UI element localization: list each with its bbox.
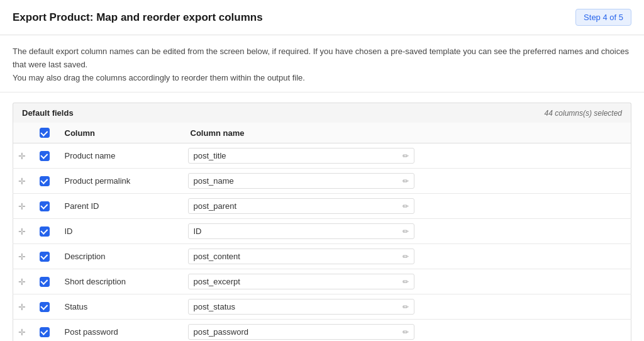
drag-handle-icon[interactable]: ✛ (18, 226, 26, 237)
drag-handle-icon[interactable]: ✛ (18, 151, 26, 161)
column-label-cell: Product permalink (57, 169, 183, 194)
column-label: Parent ID (62, 201, 99, 211)
row-checkbox[interactable] (40, 151, 50, 161)
drag-handle-icon[interactable]: ✛ (18, 277, 26, 287)
column-name-input-wrapper: ✏ (188, 299, 414, 315)
table-row: ✛ Parent ID ✏ (13, 194, 631, 219)
column-name-input-wrapper: ✏ (188, 173, 414, 189)
table-row: ✛ Post password ✏ (13, 320, 631, 341)
column-label-cell: Post password (57, 320, 183, 341)
row-checkbox[interactable] (40, 176, 50, 186)
column-name-input[interactable] (194, 176, 402, 186)
column-name-input[interactable] (194, 151, 402, 160)
drag-cell: ✛ (13, 194, 32, 219)
column-label-cell: Product name (57, 143, 183, 169)
drag-handle-icon[interactable]: ✛ (18, 176, 26, 186)
drag-handle-icon[interactable]: ✛ (18, 327, 26, 337)
checkbox-cell (32, 194, 57, 219)
drag-cell: ✛ (13, 219, 32, 244)
column-name-input[interactable] (194, 277, 402, 286)
column-name-input-wrapper: ✏ (188, 324, 414, 340)
column-name-cell: ✏ (183, 320, 631, 341)
checkbox-cell (32, 269, 57, 294)
table-header-row: Column Column name (13, 123, 631, 143)
section-header: Default fields 44 columns(s) selected (13, 103, 631, 123)
row-checkbox[interactable] (40, 226, 50, 237)
description-line2: You may also drag the columns accordingl… (13, 72, 631, 85)
column-name-cell: ✏ (183, 269, 631, 294)
edit-icon[interactable]: ✏ (402, 252, 409, 261)
checkbox-cell (32, 169, 57, 194)
th-checkbox (32, 123, 57, 143)
column-label-cell: Description (57, 244, 183, 269)
column-name-cell: ✏ (183, 244, 631, 269)
column-name-input[interactable] (194, 327, 402, 337)
edit-icon[interactable]: ✏ (402, 328, 409, 337)
column-name-cell: ✏ (183, 219, 631, 244)
step-badge: Step 4 of 5 (575, 9, 631, 26)
column-name-input[interactable] (194, 201, 402, 211)
drag-handle-icon[interactable]: ✛ (18, 302, 26, 312)
column-name-input-wrapper: ✏ (188, 274, 414, 289)
edit-icon[interactable]: ✏ (402, 202, 409, 211)
column-name-input-wrapper: ✏ (188, 198, 414, 214)
column-label: Product permalink (62, 176, 131, 186)
drag-handle-icon[interactable]: ✛ (18, 252, 26, 262)
table-row: ✛ Short description ✏ (13, 269, 631, 294)
th-column: Column (57, 123, 183, 143)
column-label-cell: Parent ID (57, 194, 183, 219)
page-title: Export Product: Map and reorder export c… (13, 11, 263, 24)
drag-cell: ✛ (13, 269, 32, 294)
column-label: ID (62, 226, 73, 236)
th-column-name: Column name (183, 123, 631, 143)
edit-icon[interactable]: ✏ (402, 277, 409, 286)
checkbox-cell (32, 143, 57, 169)
column-name-input-wrapper: ✏ (188, 148, 414, 164)
drag-handle-icon[interactable]: ✛ (18, 201, 26, 211)
column-label: Description (62, 252, 106, 261)
columns-table: Column Column name ✛ Product name (13, 123, 631, 341)
checkbox-cell (32, 219, 57, 244)
table-row: ✛ Product name ✏ (13, 143, 631, 169)
column-name-cell: ✏ (183, 143, 631, 169)
column-name-input-wrapper: ✏ (188, 249, 414, 264)
row-checkbox[interactable] (40, 327, 50, 337)
column-name-input[interactable] (194, 226, 402, 236)
checkbox-cell (32, 244, 57, 269)
drag-cell: ✛ (13, 294, 32, 320)
edit-icon[interactable]: ✏ (402, 177, 409, 186)
description-line1: The default export column names can be e… (13, 45, 631, 72)
checkbox-cell (32, 294, 57, 320)
column-label: Short description (62, 277, 126, 286)
table-row: ✛ Description ✏ (13, 244, 631, 269)
columns-count: 44 columns(s) selected (545, 109, 622, 118)
column-label: Product name (62, 151, 116, 160)
column-name-cell: ✏ (183, 194, 631, 219)
column-name-input[interactable] (194, 302, 402, 311)
row-checkbox[interactable] (40, 277, 50, 287)
drag-cell: ✛ (13, 320, 32, 341)
section-title: Default fields (22, 108, 74, 118)
column-name-input-wrapper: ✏ (188, 223, 414, 239)
column-name-cell: ✏ (183, 169, 631, 194)
page-header: Export Product: Map and reorder export c… (0, 0, 644, 35)
th-drag (13, 123, 32, 143)
edit-icon[interactable]: ✏ (402, 152, 409, 160)
row-checkbox[interactable] (40, 302, 50, 312)
edit-icon[interactable]: ✏ (402, 303, 409, 311)
row-checkbox[interactable] (40, 252, 50, 262)
column-name-input[interactable] (194, 252, 402, 261)
table-container: Default fields 44 columns(s) selected Co… (0, 92, 644, 341)
table-row: ✛ ID ✏ (13, 219, 631, 244)
checkbox-cell (32, 320, 57, 341)
header-checkbox[interactable] (40, 128, 50, 138)
table-row: ✛ Status ✏ (13, 294, 631, 320)
drag-cell: ✛ (13, 143, 32, 169)
column-name-cell: ✏ (183, 294, 631, 320)
drag-cell: ✛ (13, 244, 32, 269)
description-block: The default export column names can be e… (0, 35, 644, 92)
edit-icon[interactable]: ✏ (402, 227, 409, 236)
table-row: ✛ Product permalink ✏ (13, 169, 631, 194)
column-label: Status (62, 302, 88, 311)
row-checkbox[interactable] (40, 201, 50, 211)
